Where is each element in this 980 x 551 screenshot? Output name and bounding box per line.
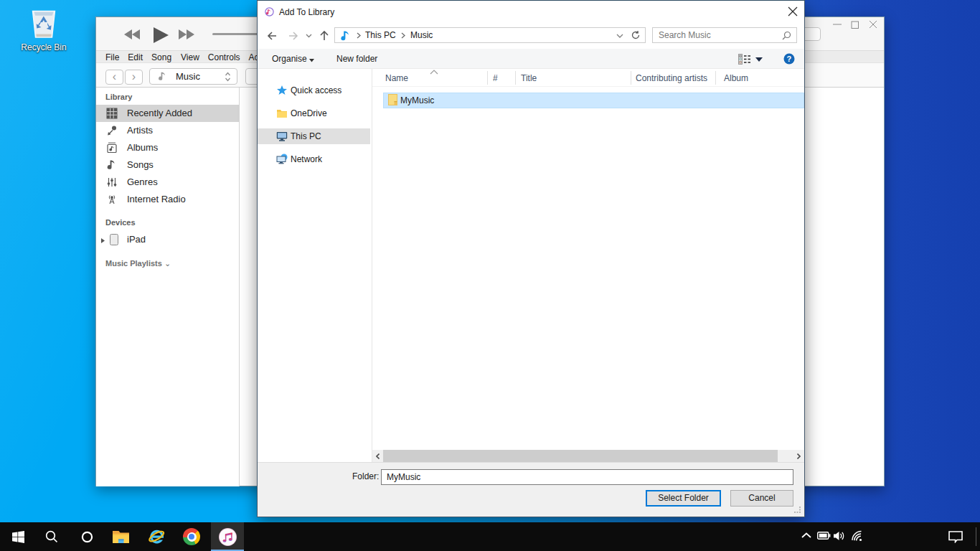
svg-text:?: ?	[787, 55, 792, 63]
